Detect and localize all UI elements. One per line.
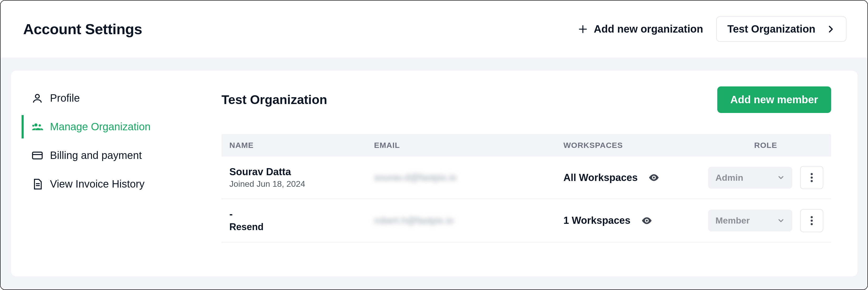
member-email: sourav.d@fastpix.io (374, 172, 563, 183)
settings-sidebar: Profile Manage Organization Billing and … (11, 86, 200, 261)
svg-point-5 (32, 124, 34, 126)
chevron-right-icon (826, 25, 835, 34)
organization-switcher[interactable]: Test Organization (716, 16, 846, 42)
add-organization-label: Add new organization (594, 23, 703, 35)
svg-point-3 (34, 123, 38, 126)
body-area: Profile Manage Organization Billing and … (1, 58, 867, 289)
settings-window: Account Settings Add new organization Te… (0, 0, 868, 290)
sidebar-item-label: Billing and payment (50, 149, 142, 161)
name-cell: - Resend (229, 209, 374, 232)
column-header-email: EMAIL (374, 141, 563, 150)
sidebar-item-label: Profile (50, 92, 80, 104)
more-vertical-icon (810, 172, 813, 183)
eye-icon[interactable] (648, 172, 660, 183)
header-actions: Add new organization Test Organization (578, 16, 846, 42)
chevron-down-icon (777, 217, 785, 225)
add-organization-button[interactable]: Add new organization (578, 23, 703, 35)
sidebar-item-manage-organization[interactable]: Manage Organization (22, 115, 200, 138)
svg-point-17 (811, 223, 813, 225)
plus-icon (578, 24, 588, 34)
column-header-role: ROLE (708, 141, 823, 150)
chevron-down-icon (777, 174, 785, 182)
role-cell: Admin (708, 166, 823, 189)
name-cell: Sourav Datta Joined Jun 18, 2024 (229, 166, 374, 189)
sidebar-item-profile[interactable]: Profile (22, 86, 200, 110)
add-member-button[interactable]: Add new member (717, 86, 831, 113)
svg-point-10 (653, 177, 655, 178)
main-content: Test Organization Add new member NAME EM… (200, 86, 847, 261)
sidebar-item-billing[interactable]: Billing and payment (22, 144, 200, 167)
role-select[interactable]: Admin (708, 167, 792, 189)
row-actions-button[interactable] (800, 166, 823, 189)
column-header-workspaces: WORKSPACES (563, 141, 708, 150)
svg-point-12 (811, 177, 813, 179)
role-value: Admin (715, 173, 743, 183)
workspaces-value: All Workspaces (563, 172, 638, 183)
eye-icon[interactable] (641, 215, 653, 226)
svg-point-14 (646, 220, 648, 221)
member-name: - (229, 209, 374, 220)
organization-title: Test Organization (221, 93, 327, 107)
sidebar-item-label: View Invoice History (50, 178, 145, 190)
member-email: robert.h@fastpix.io (374, 215, 563, 226)
settings-card: Profile Manage Organization Billing and … (11, 71, 858, 276)
svg-point-16 (811, 220, 813, 222)
sidebar-item-label: Manage Organization (50, 121, 151, 133)
svg-point-15 (811, 216, 813, 218)
role-select[interactable]: Member (708, 210, 792, 231)
document-icon (32, 178, 43, 190)
credit-card-icon (32, 150, 43, 161)
members-table: NAME EMAIL WORKSPACES ROLE Sourav Datta … (221, 134, 831, 243)
svg-point-11 (811, 173, 813, 175)
organization-switcher-label: Test Organization (727, 23, 815, 35)
table-row: Sourav Datta Joined Jun 18, 2024 sourav.… (221, 156, 831, 199)
svg-rect-6 (33, 152, 42, 159)
workspaces-cell: 1 Workspaces (563, 215, 708, 226)
member-name: Sourav Datta (229, 166, 374, 178)
role-value: Member (715, 215, 750, 226)
page-header: Account Settings Add new organization Te… (1, 1, 867, 58)
svg-point-4 (39, 124, 41, 126)
svg-point-13 (811, 180, 813, 182)
table-row: - Resend robert.h@fastpix.io 1 Workspace… (221, 199, 831, 243)
role-cell: Member (708, 209, 823, 232)
svg-point-2 (35, 94, 39, 98)
workspaces-value: 1 Workspaces (563, 215, 630, 226)
row-actions-button[interactable] (800, 209, 823, 232)
member-joined: Joined Jun 18, 2024 (229, 179, 374, 189)
table-header: NAME EMAIL WORKSPACES ROLE (221, 134, 831, 156)
page-title: Account Settings (23, 21, 142, 38)
resend-invite-button[interactable]: Resend (229, 221, 374, 232)
group-icon (32, 121, 43, 133)
person-icon (32, 93, 43, 104)
more-vertical-icon (810, 215, 813, 226)
sidebar-item-invoice-history[interactable]: View Invoice History (22, 172, 200, 196)
column-header-name: NAME (229, 141, 374, 150)
main-header: Test Organization Add new member (221, 86, 831, 113)
workspaces-cell: All Workspaces (563, 172, 708, 183)
